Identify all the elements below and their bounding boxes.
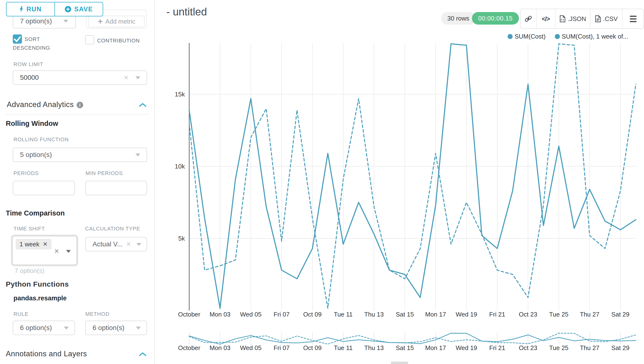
- advanced-analytics-header[interactable]: Advanced Analyticsi: [7, 100, 83, 109]
- pandas-resample-label: pandas.resample: [14, 294, 67, 302]
- control-panel: 7 option(s) Add metric RUN: [0, 0, 154, 364]
- sort-descending-checkbox[interactable]: [13, 34, 22, 44]
- mini-x-axis-tick-label: Oct 23: [519, 344, 538, 352]
- python-functions-title: Python Functions: [6, 280, 69, 288]
- legend-item-sum-cost-offset[interactable]: SUM(Cost), 1 week of...: [555, 33, 628, 40]
- sort-descending-label-line2: DESCENDING: [13, 45, 50, 51]
- x-axis-tick-label: Oct 09: [303, 311, 322, 318]
- calculation-type-value: Actual V...: [92, 240, 123, 248]
- mini-x-axis-tick-label: Tue 11: [334, 344, 352, 352]
- save-button-label: SAVE: [74, 6, 93, 13]
- caret-down-icon: [66, 250, 71, 253]
- time-shift-tag: 1 week ✕: [16, 239, 52, 250]
- rule-label: RULE: [14, 311, 28, 317]
- legend-label: SUM(Cost): [514, 33, 546, 40]
- rule-value: 6 option(s): [20, 324, 52, 332]
- x-axis-tick-label: Sat 29: [612, 311, 630, 318]
- mini-x-axis-tick-label: Thu 27: [580, 344, 600, 352]
- caret-down-icon: [64, 20, 68, 23]
- chevron-up-icon[interactable]: [138, 352, 147, 357]
- mini-x-axis-tick-label: Fri 07: [274, 344, 290, 352]
- mini-x-axis-tick-label: October: [178, 344, 200, 352]
- calculation-type-label: CALCULATION TYPE: [85, 226, 140, 232]
- link-icon: [525, 15, 532, 22]
- mini-x-axis-tick-label: Sat 15: [396, 344, 414, 352]
- calculation-type-select[interactable]: Actual V... ✕: [85, 237, 147, 252]
- chart-actions-toolbar: </> .JSON .CSV: [520, 9, 644, 29]
- mini-x-axis-tick-label: Wed 05: [240, 344, 262, 352]
- legend-dot-icon: [555, 34, 560, 39]
- time-shift-hint: 7 option(s): [15, 267, 44, 274]
- rolling-function-value: 5 option(s): [20, 151, 52, 158]
- mini-x-axis-tick-label: Wed 19: [456, 344, 477, 352]
- series-limit-value: 7 option(s): [20, 17, 52, 25]
- file-csv-icon: [595, 15, 601, 22]
- export-csv-button[interactable]: .CSV: [590, 9, 622, 28]
- rolling-function-select[interactable]: 5 option(s): [13, 148, 147, 162]
- section-divider: [6, 114, 150, 114]
- time-comparison-title: Time Comparison: [6, 209, 64, 217]
- clear-icon[interactable]: ✕: [54, 248, 59, 255]
- run-button-label: RUN: [26, 6, 42, 13]
- periods-label: PERIODS: [14, 170, 39, 176]
- contribution-checkbox[interactable]: [85, 35, 94, 44]
- periods-input[interactable]: [13, 181, 75, 195]
- chevron-up-icon[interactable]: [138, 103, 147, 108]
- plus-icon: [98, 19, 103, 24]
- info-icon: i: [77, 102, 83, 108]
- clear-icon[interactable]: ✕: [124, 74, 129, 82]
- share-link-button[interactable]: [520, 9, 536, 28]
- rolling-function-label: ROLLING FUNCTION: [14, 136, 69, 143]
- export-json-button[interactable]: .JSON: [555, 9, 590, 28]
- view-query-button[interactable]: </>: [536, 9, 555, 28]
- bolt-icon: [19, 6, 24, 12]
- save-button[interactable]: SAVE: [54, 2, 103, 16]
- mini-x-axis-tick-label: Fri 21: [489, 344, 505, 352]
- time-shift-select[interactable]: 1 week ✕ ✕: [12, 236, 77, 265]
- remove-tag-icon[interactable]: ✕: [43, 241, 48, 248]
- x-axis-tick-label: Thu 13: [364, 311, 384, 318]
- run-button[interactable]: RUN: [6, 2, 54, 16]
- export-csv-label: .CSV: [603, 15, 618, 23]
- query-timer-badge: 00:00:00.15: [472, 12, 519, 24]
- chart-legend: SUM(Cost) SUM(Cost), 1 week of...: [508, 33, 628, 40]
- plus-circle-icon: [64, 6, 71, 12]
- row-limit-value: 50000: [20, 74, 39, 82]
- run-save-button-group: RUN SAVE: [6, 2, 103, 16]
- min-periods-label: MIN PERIODS: [86, 170, 123, 176]
- legend-item-sum-cost[interactable]: SUM(Cost): [508, 33, 546, 40]
- annotations-layers-header[interactable]: Annotations and Layers: [6, 350, 87, 358]
- row-limit-select[interactable]: 50000 ✕: [13, 70, 147, 85]
- panel-divider: [154, 0, 155, 364]
- x-axis-tick-label: Mon 17: [425, 311, 446, 318]
- rule-select[interactable]: 6 option(s): [13, 320, 75, 335]
- file-json-icon: [560, 15, 566, 22]
- series-line-solid: [189, 44, 636, 308]
- caret-down-icon: [136, 327, 141, 330]
- mini-x-axis-tick-label: Mon 03: [210, 344, 230, 352]
- x-axis-tick-label: Wed 19: [456, 311, 477, 318]
- horizontal-scrollbar-thumb[interactable]: [391, 362, 408, 364]
- chart-title[interactable]: - untitled: [166, 6, 207, 18]
- method-select[interactable]: 6 option(s): [85, 320, 147, 335]
- sort-descending-label-line1: SORT: [24, 36, 40, 42]
- caret-down-icon: [136, 76, 140, 79]
- chart-menu-button[interactable]: [622, 9, 644, 28]
- x-axis-tick-label: Oct 23: [519, 311, 538, 318]
- mini-x-axis-tick-label: Oct 09: [303, 344, 322, 352]
- caret-down-icon: [136, 154, 140, 156]
- clear-icon[interactable]: ✕: [126, 240, 131, 248]
- caret-down-icon: [136, 243, 141, 246]
- contribution-label: CONTRIBUTION: [97, 38, 140, 44]
- x-axis-tick-label: Fri 21: [489, 311, 505, 318]
- add-metric-button[interactable]: Add metric: [88, 16, 144, 27]
- mini-x-axis-tick-label: Thu 13: [364, 344, 384, 352]
- y-axis-tick-label: 5k: [178, 235, 185, 242]
- min-periods-input[interactable]: [85, 181, 147, 195]
- x-axis-tick-label: Tue 11: [334, 311, 352, 318]
- row-count-badge: 30 rows: [441, 12, 476, 24]
- mini-x-axis-tick-label: Mon 17: [425, 344, 446, 352]
- rolling-window-title: Rolling Window: [6, 120, 58, 128]
- x-axis-tick-label: October: [178, 311, 200, 318]
- mini-series-line-dashed: [189, 333, 636, 344]
